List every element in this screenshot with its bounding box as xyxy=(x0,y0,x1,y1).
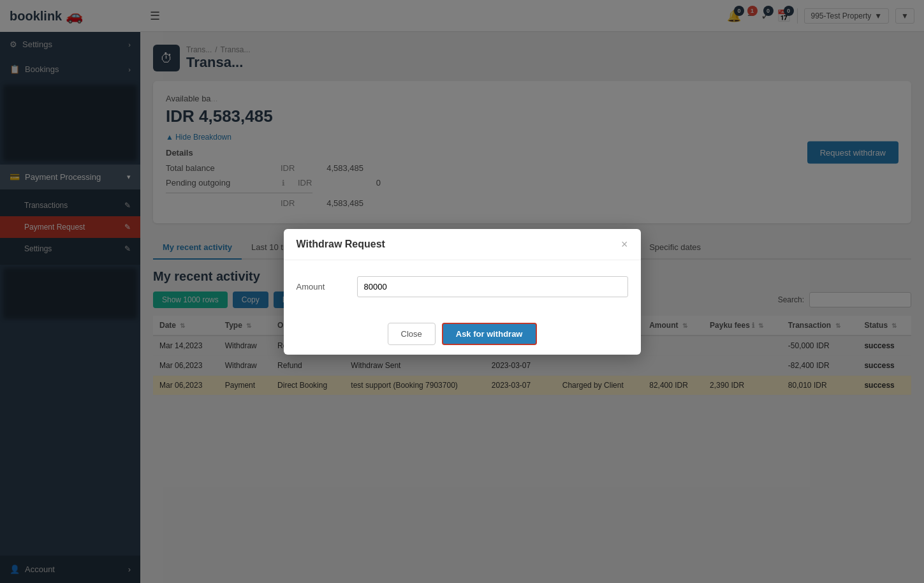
withdraw-modal: Withdraw Request × Amount Close Ask for … xyxy=(284,229,641,355)
modal-footer: Close Ask for withdraw xyxy=(284,313,641,355)
modal-close-icon[interactable]: × xyxy=(621,239,628,250)
modal-body: Amount xyxy=(284,260,641,313)
modal-overlay[interactable]: Withdraw Request × Amount Close Ask for … xyxy=(0,0,924,583)
amount-label: Amount xyxy=(297,282,348,292)
amount-form-row: Amount xyxy=(297,276,628,297)
ask-for-withdraw-button[interactable]: Ask for withdraw xyxy=(442,323,537,345)
modal-title: Withdraw Request xyxy=(297,239,385,250)
amount-input[interactable] xyxy=(357,276,628,297)
modal-close-button[interactable]: Close xyxy=(388,323,436,345)
modal-header: Withdraw Request × xyxy=(284,229,641,260)
